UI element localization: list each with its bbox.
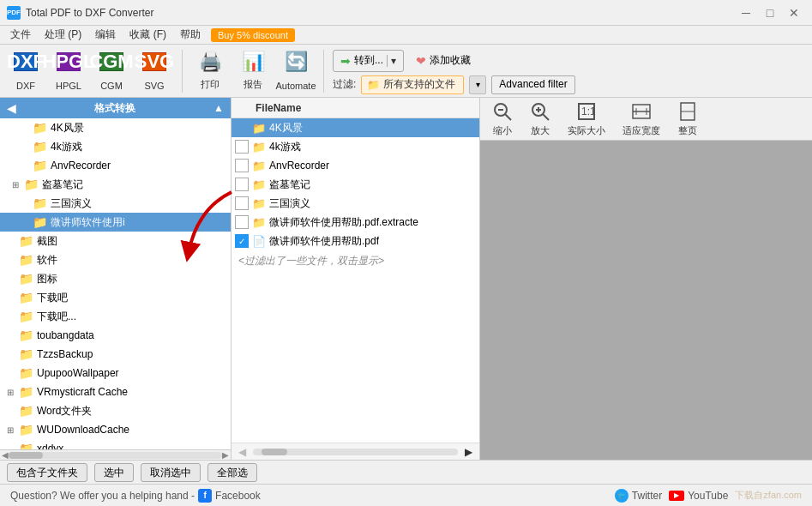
- file-check-extracted[interactable]: [235, 215, 249, 229]
- youtube-link[interactable]: ▶ YouTube: [669, 490, 728, 502]
- file-item-weijiang-extracted[interactable]: 📁 微讲师软件使用帮助.pdf.extracte: [232, 213, 479, 232]
- titlebar-buttons: ─ □ ✕: [735, 4, 805, 21]
- zoom-out-icon: [492, 101, 513, 124]
- twitter-link[interactable]: 🐦 Twitter: [615, 489, 662, 503]
- fit-width-button[interactable]: 适应宽度: [617, 99, 665, 139]
- file-item-anv[interactable]: 📁 AnvRecorder: [232, 156, 479, 175]
- menu-process[interactable]: 处理 (P): [38, 26, 88, 44]
- twitter-icon: 🐦: [615, 489, 629, 503]
- tree-item-toubang[interactable]: 📁 toubangdata: [0, 326, 231, 345]
- file-check-sanguo[interactable]: [235, 196, 249, 210]
- tree-item-anv[interactable]: 📁 AnvRecorder: [0, 156, 231, 175]
- tree-item-word[interactable]: 📁 Word文件夹: [0, 401, 231, 420]
- svg-button[interactable]: SVG SVG: [135, 49, 173, 93]
- convert-row: ➡ 转到... ▾ ❤ 添加收藏: [333, 50, 575, 72]
- tree-item-screenshot[interactable]: 📁 截图: [0, 232, 231, 250]
- tree-item-download1[interactable]: 📁 下载吧: [0, 288, 231, 307]
- tree-collapse-icon[interactable]: ▲: [214, 102, 224, 114]
- select-all-button[interactable]: 全部选: [208, 463, 257, 482]
- fit-page-label: 整页: [678, 124, 697, 137]
- buy-discount-button[interactable]: Buy 5% discount: [211, 28, 295, 42]
- tree-item-label: 软件: [37, 253, 57, 268]
- tree-item-4k-scenery-1[interactable]: 📁 4K风景: [0, 118, 231, 137]
- tree-item-label: WUDownloadCache: [37, 424, 129, 436]
- minimize-button[interactable]: ─: [735, 4, 757, 21]
- automate-button[interactable]: 🔄 Automate: [277, 49, 315, 93]
- report-icon: 📊: [242, 52, 265, 71]
- nav-scrollbar[interactable]: [253, 449, 458, 455]
- heart-icon: ❤: [416, 54, 426, 68]
- close-button[interactable]: ✕: [783, 4, 805, 21]
- tree-item-weijiangs[interactable]: 📁 微讲师软件使用i: [0, 213, 231, 232]
- tree-item-download2[interactable]: 📁 下载吧...: [0, 307, 231, 326]
- tree-item-xddyx[interactable]: 📁 xddyx: [0, 439, 231, 449]
- include-subfolders-button[interactable]: 包含子文件夹: [7, 463, 87, 482]
- file-name: 三国演义: [269, 196, 310, 211]
- h-scroll-thumb[interactable]: [9, 452, 43, 459]
- h-scroll-track[interactable]: [9, 452, 222, 459]
- tree-item-software[interactable]: 📁 软件: [0, 250, 231, 269]
- convert-button[interactable]: ➡ 转到... ▾: [333, 50, 404, 72]
- fit-width-icon: [631, 101, 652, 124]
- menu-edit[interactable]: 编辑: [88, 26, 123, 44]
- tree-h-scrollbar[interactable]: ◀ ▶: [0, 449, 231, 460]
- deselect-button[interactable]: 取消选中: [141, 463, 201, 482]
- facebook-link[interactable]: f Facebook: [198, 489, 261, 503]
- print-button[interactable]: 🖨️ 打印: [191, 49, 229, 93]
- menu-file[interactable]: 文件: [3, 26, 38, 44]
- file-check-pdf[interactable]: ✓: [235, 234, 249, 248]
- preview-content: [480, 141, 812, 460]
- h-scroll-left-btn[interactable]: ◀: [2, 450, 9, 460]
- file-item-4k-scenery[interactable]: 📁 4K风景: [232, 118, 479, 137]
- maximize-button[interactable]: □: [759, 4, 781, 21]
- folder-icon: 📁: [33, 215, 47, 229]
- file-check-grave[interactable]: [235, 178, 249, 191]
- file-tree-panel: ◀ 格式转换 ▲ 📁 4K风景 📁 4k游戏 📁 AnvRecorder: [0, 98, 232, 460]
- zoom-out-button[interactable]: 缩小: [487, 99, 518, 139]
- cgm-button[interactable]: CGM CGM: [93, 49, 130, 93]
- h-scroll-right-btn[interactable]: ▶: [222, 450, 229, 460]
- hpgl-label: HPGL: [56, 81, 81, 91]
- tree-item-label: 4k游戏: [51, 140, 82, 154]
- filter-input[interactable]: 📁 所有支持的文件: [361, 75, 464, 94]
- actual-size-button[interactable]: 1:1 实际大小: [562, 99, 611, 139]
- nav-scrollbar-thumb[interactable]: [262, 449, 287, 455]
- tree-item-upupoo[interactable]: 📁 UpupooWallpaper: [0, 364, 231, 383]
- file-item-weijiang-pdf[interactable]: ✓ 📄 微讲师软件使用帮助.pdf: [232, 232, 479, 250]
- file-tree-content[interactable]: 📁 4K风景 📁 4k游戏 📁 AnvRecorder ⊞ 📁 盗墓笔记 �: [0, 118, 231, 449]
- file-check-4k-scenery[interactable]: [235, 121, 249, 135]
- file-check-4k-game[interactable]: [235, 140, 249, 154]
- zoom-in-label: 放大: [531, 124, 550, 137]
- file-item-grave[interactable]: 📁 盗墓笔记: [232, 175, 479, 194]
- hpgl-button[interactable]: HPGL HPGL: [50, 49, 87, 93]
- tree-item-vr[interactable]: ⊞ 📁 VRmysticraft Cache: [0, 383, 231, 401]
- file-check-anv[interactable]: [235, 159, 249, 172]
- advanced-filter-button[interactable]: Advanced filter: [491, 75, 574, 94]
- tree-item-wu[interactable]: ⊞ 📁 WUDownloadCache: [0, 420, 231, 439]
- report-button[interactable]: 📊 报告: [234, 49, 272, 93]
- tree-item-icons[interactable]: 📁 图标: [0, 269, 231, 288]
- dxf-button[interactable]: DXF DXF: [7, 49, 45, 93]
- tree-nav-left-icon[interactable]: ◀: [7, 101, 16, 115]
- tree-item-tzzs[interactable]: 📁 TzzsBackup: [0, 345, 231, 364]
- file-name: 微讲师软件使用帮助.pdf: [269, 234, 379, 249]
- fit-page-icon: [677, 101, 698, 124]
- add-bookmark-button[interactable]: ❤ 添加收藏: [409, 50, 478, 72]
- folder-icon: 📁: [252, 141, 266, 154]
- convert-dropdown-icon[interactable]: ▾: [387, 55, 396, 67]
- menu-help[interactable]: 帮助: [173, 26, 208, 44]
- tree-item-sanguo[interactable]: 📁 三国演义: [0, 194, 231, 213]
- select-button[interactable]: 选中: [94, 463, 134, 482]
- file-item-sanguo[interactable]: 📁 三国演义: [232, 194, 479, 213]
- tree-item-grave[interactable]: ⊞ 📁 盗墓笔记: [0, 175, 231, 194]
- nav-right-arrow[interactable]: ▶: [461, 446, 476, 458]
- fit-page-button[interactable]: 整页: [672, 99, 703, 139]
- tree-item-4k-game[interactable]: 📁 4k游戏: [0, 137, 231, 156]
- nav-left-arrow[interactable]: ◀: [235, 446, 250, 458]
- zoom-in-button[interactable]: 放大: [525, 99, 556, 139]
- toolbar-actions: ➡ 转到... ▾ ❤ 添加收藏 过滤: 📁 所有支持的文件 ▾ Advance…: [333, 48, 575, 94]
- menu-favorites[interactable]: 收藏 (F): [123, 26, 173, 44]
- fit-width-label: 适应宽度: [623, 124, 660, 137]
- file-item-4k-game[interactable]: 📁 4k游戏: [232, 137, 479, 156]
- filter-dropdown-button[interactable]: ▾: [469, 75, 486, 94]
